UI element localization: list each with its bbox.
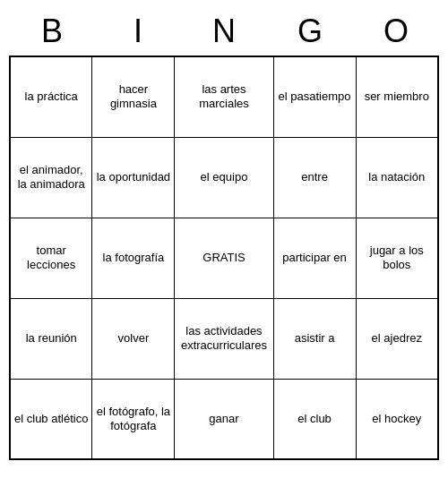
- bingo-letter: B: [13, 13, 90, 50]
- bingo-letter: O: [358, 13, 435, 50]
- bingo-cell: el club atlético: [10, 379, 92, 459]
- bingo-cell: el pasatiempo: [273, 56, 356, 137]
- bingo-cell: asistir a: [273, 298, 356, 379]
- bingo-cell: tomar lecciones: [10, 218, 92, 298]
- bingo-cell: ser miembro: [356, 56, 438, 137]
- bingo-cell: jugar a los bolos: [356, 218, 438, 298]
- bingo-cell: las actividades extracurriculares: [175, 298, 273, 379]
- bingo-cell: ganar: [175, 379, 273, 459]
- table-row: el club atléticoel fotógrafo, la fotógra…: [10, 379, 438, 459]
- bingo-cell: la oportunidad: [92, 137, 175, 218]
- bingo-cell: la práctica: [10, 56, 92, 137]
- bingo-letter: I: [99, 13, 177, 50]
- table-row: la reuniónvolverlas actividades extracur…: [10, 298, 438, 379]
- bingo-cell: hacer gimnasia: [92, 56, 175, 137]
- bingo-cell: las artes marciales: [175, 56, 273, 137]
- bingo-cell: entre: [273, 137, 356, 218]
- table-row: la prácticahacer gimnasialas artes marci…: [10, 56, 438, 137]
- bingo-letter: N: [185, 13, 263, 50]
- bingo-title: BINGO: [9, 9, 439, 56]
- bingo-cell: el equipo: [175, 137, 273, 218]
- bingo-cell: la reunión: [10, 298, 92, 379]
- bingo-letter: G: [271, 13, 349, 50]
- bingo-cell: GRATIS: [175, 218, 273, 298]
- bingo-cell: el fotógrafo, la fotógrafa: [92, 379, 175, 459]
- bingo-cell: participar en: [273, 218, 356, 298]
- table-row: tomar leccionesla fotografíaGRATISpartic…: [10, 218, 438, 298]
- bingo-cell: la natación: [356, 137, 438, 218]
- bingo-cell: la fotografía: [92, 218, 175, 298]
- table-row: el animador, la animadorala oportunidade…: [10, 137, 438, 218]
- bingo-cell: el club: [273, 379, 356, 459]
- bingo-cell: volver: [92, 298, 175, 379]
- bingo-cell: el ajedrez: [356, 298, 438, 379]
- bingo-grid: la prácticahacer gimnasialas artes marci…: [9, 56, 439, 460]
- bingo-cell: el animador, la animadora: [10, 137, 92, 218]
- bingo-cell: el hockey: [356, 379, 438, 459]
